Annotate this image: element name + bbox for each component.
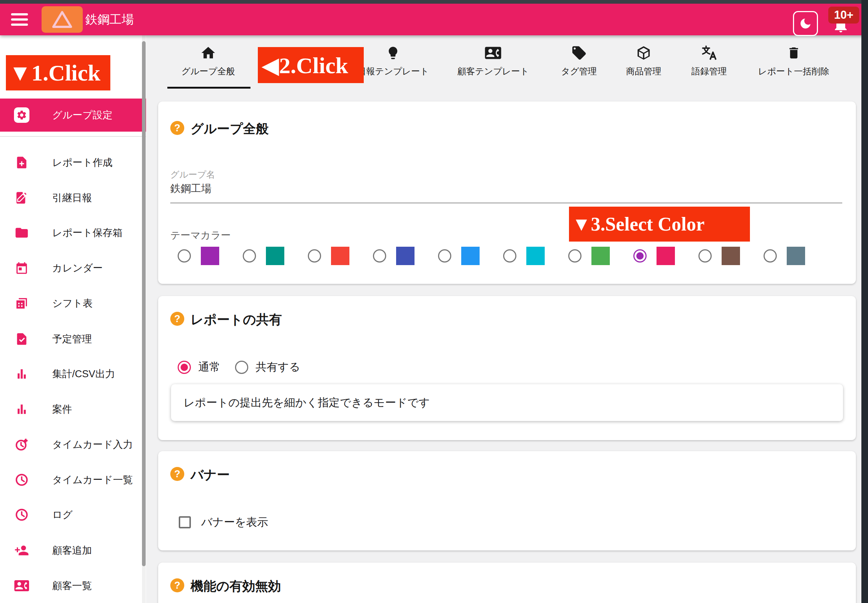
sidebar-scrollbar-thumb[interactable] [142, 41, 145, 566]
share-mode-radio-group: 通常 共有する [178, 360, 300, 375]
tab-group-general[interactable]: グループ全般 [181, 43, 235, 77]
tab-label: 語録管理 [692, 65, 727, 77]
sidebar-item-csv-export[interactable]: 集計/CSV出力 [0, 356, 146, 391]
sidebar-item-customer-add[interactable]: 顧客追加 [0, 533, 146, 568]
color-radio-4[interactable] [438, 249, 451, 263]
sidebar-item-label: 顧客一覧 [52, 579, 92, 592]
home-icon [181, 43, 235, 61]
sidebar-item-schedule[interactable]: 予定管理 [0, 322, 146, 357]
color-radio-6[interactable] [568, 249, 582, 263]
dark-mode-button[interactable] [793, 11, 818, 36]
notification-count-badge: 10+ [828, 7, 859, 23]
triangle-icon [51, 9, 74, 30]
menu-icon[interactable] [11, 13, 28, 26]
tab-customer-template[interactable]: 顧客テンプレート [458, 43, 529, 77]
window-right-edge [861, 0, 868, 603]
sidebar-item-label: シフト表 [52, 297, 93, 310]
section-title-group-general: グループ全般 [190, 120, 269, 138]
banner-checkbox-row[interactable]: バナーを表示 [179, 515, 268, 530]
section-title-report-sharing: レポートの共有 [190, 311, 282, 328]
sidebar-item-report-create[interactable]: レポート作成 [0, 145, 146, 180]
color-swatch-8[interactable] [722, 247, 740, 265]
person-add-icon [14, 543, 29, 558]
color-radio-8[interactable] [698, 249, 712, 263]
color-radio-2[interactable] [308, 249, 321, 263]
color-radio-0[interactable] [178, 249, 191, 263]
radio-normal-label[interactable]: 通常 [198, 360, 220, 375]
sidebar-item-timecard-entry[interactable]: タイムカード入力 [0, 427, 146, 462]
annotation-step1-click: ▼1.Click [6, 55, 110, 90]
tab-label: レポート一括削除 [758, 65, 829, 77]
folder-icon [14, 225, 29, 240]
section-title-features: 機能の有効無効 [190, 578, 281, 595]
sidebar-item-label: 顧客追加 [52, 544, 92, 557]
color-swatch-7[interactable] [656, 247, 675, 265]
color-swatch-9[interactable] [787, 247, 805, 265]
sidebar-item-calendar[interactable]: カレンダー [0, 250, 146, 286]
tab-glossary-management[interactable]: 語録管理 [692, 43, 727, 77]
tab-label: タグ管理 [561, 65, 597, 77]
sidebar-item-report-storage[interactable]: レポート保存箱 [0, 215, 146, 250]
gear-icon [14, 107, 29, 123]
share-mode-description: レポートの提出先を細かく指定できるモードです [184, 395, 430, 410]
color-radio-1[interactable] [243, 249, 256, 263]
tab-label: グループ全般 [181, 65, 235, 77]
lightbulb-icon [357, 43, 429, 61]
color-swatch-2[interactable] [331, 247, 350, 265]
theme-color-label: テーマカラー [170, 229, 231, 242]
color-swatch-3[interactable] [396, 247, 415, 265]
color-radio-7-selected[interactable] [633, 249, 647, 263]
color-swatch-4[interactable] [461, 247, 480, 265]
window-top-edge [0, 0, 868, 4]
tab-product-management[interactable]: 商品管理 [626, 43, 661, 77]
bar-chart-icon [14, 366, 29, 382]
sidebar-item-label: グループ設定 [52, 108, 113, 122]
clock-plus-icon [14, 437, 29, 452]
card-banner [158, 451, 856, 550]
color-swatch-1[interactable] [266, 247, 284, 265]
tab-daily-report-template[interactable]: 日報テンプレート [357, 43, 429, 77]
banner-checkbox[interactable] [179, 516, 191, 528]
group-name-input[interactable]: 鉄鋼工場 [170, 182, 212, 196]
sidebar-item-label: レポート作成 [52, 156, 113, 169]
sidebar-item-group-settings[interactable]: グループ設定 [0, 99, 146, 131]
banner-checkbox-label: バナーを表示 [201, 515, 268, 530]
radio-share-label[interactable]: 共有する [255, 360, 300, 375]
help-icon[interactable]: ? [170, 312, 184, 326]
color-swatch-6[interactable] [591, 247, 610, 265]
radio-share[interactable] [235, 361, 248, 374]
sidebar-item-label: 案件 [52, 403, 72, 416]
share-mode-description-box: レポートの提出先を細かく指定できるモードです [171, 384, 843, 421]
task-check-icon [14, 331, 29, 347]
tag-icon [561, 43, 597, 61]
sidebar-item-shift-table[interactable]: シフト表 [0, 286, 146, 321]
sidebar-item-label: タイムカード一覧 [52, 473, 133, 487]
theme-color-picker [178, 247, 829, 265]
color-radio-5[interactable] [503, 249, 517, 263]
sidebar-item-handover-report[interactable]: 引継日報 [0, 180, 146, 215]
help-icon[interactable]: ? [170, 467, 184, 481]
group-name-underline [170, 203, 842, 203]
tab-tag-management[interactable]: タグ管理 [561, 43, 597, 77]
help-icon[interactable]: ? [170, 121, 184, 135]
clock-icon [14, 507, 29, 523]
tab-report-bulk-delete[interactable]: レポート一括削除 [758, 43, 829, 77]
color-radio-9[interactable] [764, 249, 777, 263]
sidebar-item-customer-list[interactable]: 顧客一覧 [0, 568, 146, 603]
sidebar-item-projects[interactable]: 案件 [0, 391, 146, 427]
radio-normal-selected[interactable] [178, 361, 191, 374]
sidebar-item-label: レポート保存箱 [52, 226, 122, 240]
sidebar-item-label: 引継日報 [52, 191, 92, 204]
sidebar-item-label: カレンダー [52, 261, 103, 275]
sidebar-item-log[interactable]: ログ [0, 497, 146, 532]
bar-chart-icon [14, 402, 29, 417]
color-swatch-0[interactable] [201, 247, 219, 265]
group-logo[interactable] [42, 6, 83, 33]
group-name-label: グループ名 [170, 169, 215, 181]
color-radio-3[interactable] [373, 249, 386, 263]
page-title: 鉄鋼工場 [85, 4, 134, 35]
help-icon[interactable]: ? [170, 578, 184, 592]
color-swatch-5[interactable] [526, 247, 545, 265]
file-edit-icon [14, 190, 29, 206]
sidebar-item-timecard-list[interactable]: タイムカード一覧 [0, 462, 146, 498]
